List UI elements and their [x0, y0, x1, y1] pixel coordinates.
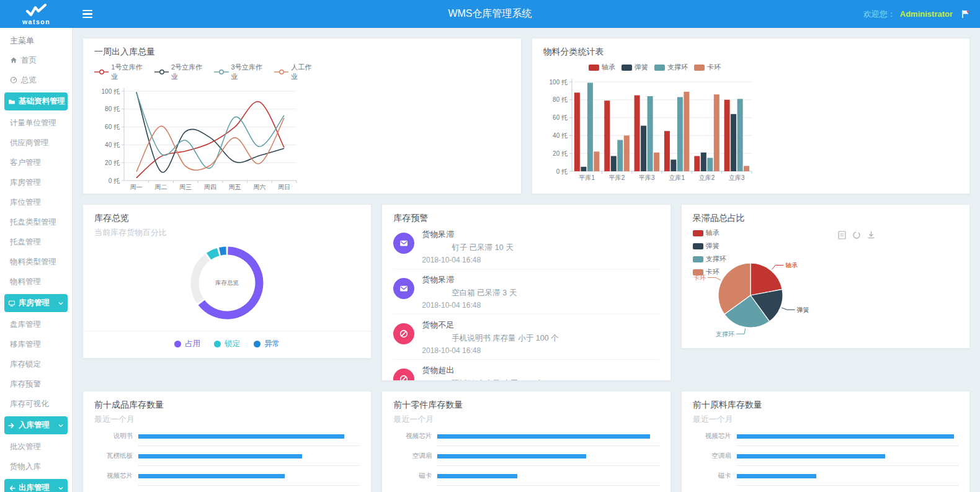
username[interactable]: Administrator [900, 9, 953, 19]
warning-item[interactable]: 货物呆滞空白箱 已呆滞 3 天2018-10-04 16:48 [393, 269, 659, 315]
legend-label: 异常 [264, 339, 280, 349]
hbar-row: 磁卡 [693, 472, 958, 480]
sidebar-item[interactable]: 库房管理 [0, 172, 72, 192]
legend-item[interactable]: 轴承 [693, 228, 726, 238]
card-subtitle: 最近一个月 [94, 414, 360, 425]
sidebar-item[interactable]: 物料类型管理 [0, 252, 72, 272]
notification-flag-icon[interactable] [961, 9, 970, 19]
sidebar-item-label: 货物入库 [10, 462, 41, 472]
bar[interactable] [138, 454, 302, 458]
sidebar-item[interactable]: 盘库管理 [0, 315, 72, 334]
sidebar-item[interactable]: 供应商管理 [0, 133, 72, 153]
bar[interactable] [437, 454, 586, 458]
legend-item[interactable]: 支撑环 [693, 254, 726, 264]
top-raw-bar-chart[interactable]: 视频芯片空调扇磁卡说明书 [693, 432, 958, 492]
bar[interactable] [138, 474, 285, 478]
watson-logo[interactable]: watson [0, 0, 73, 28]
warning-desc: 硬纸板 库存量 大于 300 个 [452, 378, 659, 381]
svg-text:0 托: 0 托 [556, 168, 568, 175]
hbar-track [138, 454, 360, 458]
warning-item[interactable]: 货物不足手机说明书 库存量 小于 100 个2018-10-04 16:48 [393, 315, 659, 360]
bar[interactable] [437, 434, 650, 439]
warehouse-icon [8, 300, 16, 307]
top-parts-bar-chart[interactable]: 视频芯片空调扇磁卡说明书 [393, 432, 659, 492]
hbar-track [737, 434, 958, 439]
svg-text:周五: 周五 [229, 184, 241, 190]
svg-text:支撑环: 支撑环 [716, 331, 734, 338]
inventory-donut-chart[interactable]: 库存总览 [94, 242, 360, 329]
sidebar-item[interactable]: 首页 [0, 50, 72, 70]
chevron-down-icon [58, 300, 64, 306]
sidebar-group[interactable]: 出库管理 [4, 479, 68, 492]
logo-text: watson [22, 19, 50, 25]
top-finished-bar-chart[interactable]: 说明书瓦楞纸板视频芯片空调扇 [94, 432, 360, 492]
svg-text:20 托: 20 托 [105, 159, 120, 166]
material-bar-chart[interactable]: 0 托20 托40 托60 托80 托100 托平库1平库2平库3立库1立库2立… [543, 73, 959, 194]
card-top-finished: 前十成品库存数量 最近一个月 说明书瓦楞纸板视频芯片空调扇 [82, 391, 372, 492]
card-title: 前十原料库存数量 [693, 400, 958, 411]
sidebar-item[interactable]: 计量单位管理 [0, 113, 72, 133]
warning-item[interactable]: 货物呆滞钉子 已呆滞 10 天2018-10-04 16:48 [393, 224, 659, 269]
download-icon[interactable] [867, 231, 875, 239]
bar[interactable] [737, 434, 954, 439]
legend-dot [254, 341, 261, 347]
sidebar-group-label: 基础资料管理 [19, 96, 65, 107]
legend-item[interactable]: 异常 [254, 339, 280, 349]
bar[interactable] [737, 454, 885, 458]
dotted-divider [138, 485, 360, 486]
sidebar-item[interactable]: 托盘管理 [0, 232, 72, 252]
svg-text:周三: 周三 [179, 184, 192, 190]
sidebar-item[interactable]: 移库管理 [0, 334, 72, 354]
svg-text:周六: 周六 [253, 184, 265, 190]
menu-toggle-icon[interactable] [82, 10, 92, 19]
legend-label: 轴承 [706, 228, 719, 238]
legend-item[interactable]: 轴承 [589, 63, 615, 72]
legend-item[interactable]: 2号立库作业 [154, 63, 208, 81]
warning-desc: 空白箱 已呆滞 3 天 [452, 288, 659, 298]
sidebar-item[interactable]: 库位管理 [0, 192, 72, 212]
legend-item[interactable]: 1号立库作业 [94, 63, 148, 81]
sidebar-item-label: 物料管理 [10, 277, 41, 287]
hbar-label: 瓦楞纸板 [94, 452, 138, 460]
warning-item[interactable]: 货物超出硬纸板 库存量 大于 300 个2018-10-04 16:48 [393, 360, 659, 381]
legend-item[interactable]: 占用 [174, 339, 200, 349]
sidebar-item[interactable]: 客户管理 [0, 153, 72, 172]
sidebar-item[interactable]: 库存预警 [0, 374, 72, 394]
legend-item[interactable]: 锁定 [214, 339, 240, 349]
sidebar-group[interactable]: 库房管理 [4, 294, 68, 312]
sidebar-item[interactable]: 货物入库 [0, 457, 72, 476]
bar[interactable] [437, 474, 517, 478]
restore-icon[interactable] [852, 231, 861, 239]
sidebar-group-label: 出库管理 [19, 483, 50, 492]
sidebar-group[interactable]: 基础资料管理 [4, 92, 68, 110]
legend-item[interactable]: 3号立库作业 [214, 63, 268, 81]
sidebar-item[interactable]: 总览 [0, 70, 72, 90]
weekly-line-chart[interactable]: 0 托20 托40 托60 托80 托100 托周一周二周三周四周五周六周日 [94, 83, 510, 194]
alert-icon [393, 369, 414, 381]
sidebar-item[interactable]: 库存可视化 [0, 394, 72, 414]
sidebar-item[interactable]: 物料管理 [0, 272, 72, 292]
card-title: 库存总览 [94, 213, 360, 224]
sidebar-group[interactable]: 入库管理 [4, 416, 68, 434]
legend-label: 弹簧 [706, 241, 719, 251]
legend-item[interactable]: 人工作业 [274, 63, 318, 81]
legend-item[interactable]: 支撑环 [654, 63, 688, 72]
legend-item[interactable]: 弹簧 [621, 63, 648, 72]
chart-toolbox [838, 231, 875, 239]
hbar-track [737, 474, 958, 478]
inbound-icon [8, 422, 16, 429]
bar[interactable] [737, 474, 817, 478]
data-view-icon[interactable] [838, 231, 846, 239]
sidebar-item[interactable]: 批次管理 [0, 437, 72, 457]
svg-text:库存总览: 库存总览 [215, 279, 239, 286]
hbar-label: 视频芯片 [94, 472, 138, 480]
sidebar-item[interactable]: 库存锁定 [0, 354, 72, 374]
hbar-row: 视频芯片 [393, 432, 659, 440]
sidebar-group-label: 入库管理 [19, 420, 50, 431]
top-header: watson WMS仓库管理系统 欢迎您： Administrator [0, 0, 980, 28]
bar[interactable] [138, 434, 344, 439]
sidebar-item[interactable]: 托盘类型管理 [0, 212, 72, 232]
legend-item[interactable]: 弹簧 [693, 241, 726, 251]
legend-item[interactable]: 卡环 [693, 267, 726, 277]
legend-item[interactable]: 卡环 [694, 63, 721, 72]
